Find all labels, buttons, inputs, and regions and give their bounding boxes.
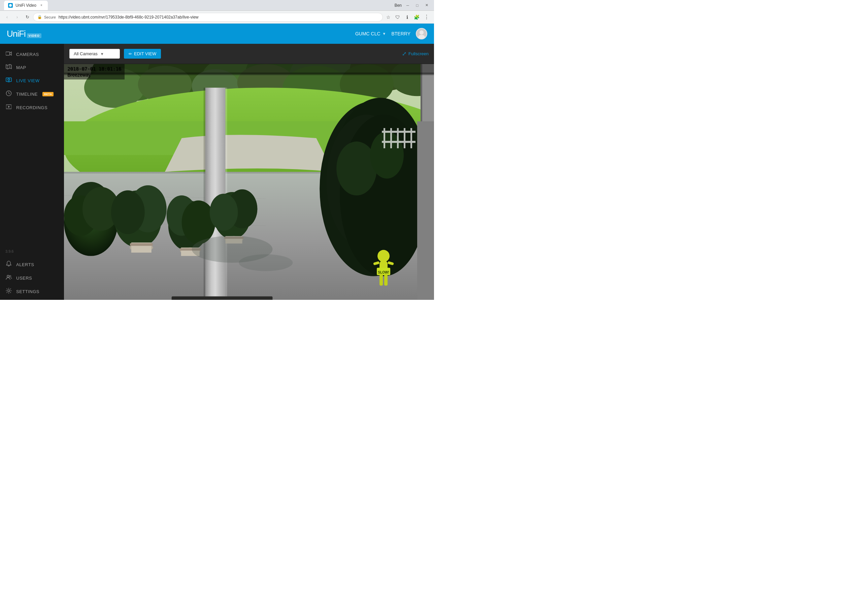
reload-button[interactable]: ↻ — [23, 13, 32, 21]
app-logo: UniFi VIDEO — [7, 29, 41, 39]
svg-point-0 — [9, 4, 12, 7]
extension-icon[interactable]: 🧩 — [413, 13, 420, 21]
beta-badge: BETA — [42, 92, 53, 96]
content-toolbar: All Cameras ▼ ✏ EDIT VIEW ⤢ Fullscreen — [64, 44, 434, 64]
navbar-username: BTERRY — [391, 31, 410, 36]
back-button[interactable]: ‹ — [3, 13, 11, 21]
live-view-icon — [5, 77, 12, 83]
cameras-icon — [5, 51, 12, 57]
svg-text:SLOW!: SLOW! — [378, 271, 389, 274]
user-avatar[interactable] — [416, 28, 427, 39]
camera-select[interactable]: All Cameras ▼ — [70, 49, 120, 59]
fullscreen-button[interactable]: ⤢ Fullscreen — [402, 50, 429, 57]
sidebar-nav: CAMERAS MAP LIVE VIEW — [0, 44, 64, 247]
svg-rect-48 — [130, 243, 153, 246]
svg-point-2 — [418, 35, 425, 39]
tab-favicon — [8, 3, 13, 8]
edit-icon: ✏ — [129, 52, 132, 56]
address-actions: ☆ 🛡 ℹ 🧩 — [384, 13, 420, 21]
cameras-label: CAMERAS — [16, 52, 39, 57]
url-text: https://video.ubnt.com/nvr/179533de-8bf9… — [59, 15, 378, 20]
tab-title: UniFi Video — [15, 3, 36, 8]
sidebar-item-live-view[interactable]: LIVE VIEW — [0, 74, 64, 87]
minimize-button[interactable]: ─ — [404, 2, 411, 9]
svg-rect-35 — [204, 88, 206, 300]
maximize-button[interactable]: □ — [414, 2, 420, 9]
tab-close-button[interactable]: × — [39, 3, 44, 8]
svg-rect-85 — [382, 131, 416, 133]
secure-label: Secure — [44, 15, 56, 19]
alerts-label: ALERTS — [16, 262, 34, 267]
navbar-right: GUMC CLC ▼ BTERRY — [355, 28, 427, 39]
org-selector[interactable]: GUMC CLC ▼ — [355, 31, 386, 36]
timeline-icon — [5, 90, 12, 98]
svg-rect-72 — [380, 274, 383, 286]
browser-addressbar: ‹ › ↻ 🔒 Secure https://video.ubnt.com/nv… — [0, 11, 434, 24]
sidebar-item-settings[interactable]: SETTINGS — [0, 284, 64, 298]
bookmark-icon[interactable]: ☆ — [384, 13, 392, 21]
address-bar[interactable]: 🔒 Secure https://video.ubnt.com/nvr/1795… — [33, 13, 383, 21]
browser-tab[interactable]: UniFi Video × — [4, 1, 48, 10]
users-icon — [5, 275, 12, 281]
sidebar-item-alerts[interactable]: ALERTS — [0, 258, 64, 271]
alerts-icon — [5, 261, 12, 268]
edit-view-label: EDIT VIEW — [134, 51, 156, 56]
sidebar-item-users[interactable]: USERS — [0, 271, 64, 284]
version-text: 3.9.6 — [0, 247, 64, 256]
sidebar: CAMERAS MAP LIVE VIEW — [0, 44, 64, 300]
svg-point-13 — [8, 290, 10, 292]
org-name: GUMC CLC — [355, 31, 381, 36]
logo-unifi: UniFi — [7, 29, 26, 39]
svg-point-12 — [9, 276, 11, 277]
org-chevron-icon: ▼ — [383, 32, 386, 36]
camera-timestamp-overlay: 2018-07-01 18:01:16 Breezeway — [64, 64, 125, 79]
svg-rect-86 — [382, 141, 416, 143]
sidebar-item-recordings[interactable]: RECORDINGS — [0, 101, 64, 114]
fullscreen-label: Fullscreen — [408, 51, 429, 56]
shield-icon[interactable]: 🛡 — [393, 13, 402, 21]
svg-point-1 — [419, 30, 423, 34]
sidebar-item-cameras[interactable]: CAMERAS — [0, 48, 64, 61]
settings-label: SETTINGS — [16, 289, 39, 294]
timeline-label: TIMELINE — [16, 92, 38, 97]
svg-point-77 — [239, 255, 293, 271]
forward-button[interactable]: › — [13, 13, 21, 21]
camera-feed-container: SLOW! — [64, 64, 434, 300]
browser-menu-button[interactable]: ⋮ — [422, 12, 431, 21]
svg-point-8 — [8, 79, 9, 80]
svg-point-45 — [111, 190, 145, 234]
app-container: UniFi VIDEO GUMC CLC ▼ BTERRY — [0, 24, 434, 300]
users-label: USERS — [16, 276, 32, 280]
top-navbar: UniFi VIDEO GUMC CLC ▼ BTERRY — [0, 24, 434, 44]
map-label: MAP — [16, 65, 26, 70]
sidebar-item-timeline[interactable]: TIMELINE BETA — [0, 87, 64, 101]
svg-rect-87 — [172, 297, 273, 300]
content-area: All Cameras ▼ ✏ EDIT VIEW ⤢ Fullscreen — [64, 44, 434, 300]
svg-rect-3 — [6, 52, 10, 55]
logo-badge: VIDEO — [27, 33, 41, 38]
camera-feed: SLOW! — [64, 64, 434, 300]
toolbar-left: All Cameras ▼ ✏ EDIT VIEW — [70, 49, 161, 59]
close-button[interactable]: ✕ — [423, 2, 430, 9]
camera-timestamp: 2018-07-01 18:01:16 — [67, 66, 121, 71]
svg-point-57 — [210, 194, 238, 231]
camera-name-overlay: Breezeway — [67, 72, 121, 77]
recordings-label: RECORDINGS — [16, 105, 47, 110]
map-icon — [5, 64, 12, 71]
svg-point-11 — [7, 275, 9, 277]
edit-view-button[interactable]: ✏ EDIT VIEW — [124, 49, 161, 59]
info-icon[interactable]: ℹ — [403, 13, 411, 21]
secure-icon: 🔒 — [37, 15, 42, 19]
camera-select-value: All Cameras — [74, 51, 98, 56]
fullscreen-icon: ⤢ — [402, 50, 407, 57]
sidebar-bottom-items: ALERTS USERS SETTINGS — [0, 256, 64, 300]
sidebar-item-map[interactable]: MAP — [0, 61, 64, 74]
window-user: Ben — [395, 3, 402, 8]
camera-select-chevron-icon: ▼ — [100, 52, 104, 56]
browser-titlebar: UniFi Video × Ben ─ □ ✕ — [0, 0, 434, 11]
svg-rect-34 — [206, 88, 225, 300]
settings-icon — [5, 288, 12, 295]
svg-point-68 — [377, 250, 390, 262]
main-content: CAMERAS MAP LIVE VIEW — [0, 44, 434, 300]
window-controls: ─ □ ✕ — [404, 2, 430, 9]
